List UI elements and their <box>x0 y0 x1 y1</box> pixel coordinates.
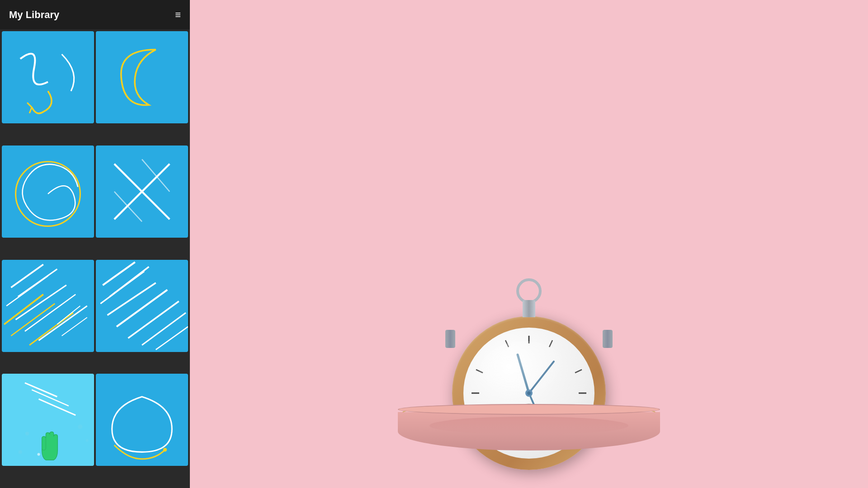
thumbnail-grid <box>0 29 190 488</box>
svg-line-24 <box>25 383 57 397</box>
side-button-right <box>603 330 613 348</box>
svg-line-21 <box>128 301 179 338</box>
pedestal <box>398 407 660 452</box>
svg-rect-32 <box>42 436 46 450</box>
svg-line-20 <box>117 290 167 327</box>
svg-line-46 <box>518 355 529 393</box>
svg-point-33 <box>163 448 167 451</box>
pedestal-body <box>398 412 660 450</box>
svg-line-23 <box>156 326 188 349</box>
main-preview <box>190 0 868 488</box>
library-item-1[interactable] <box>2 31 94 123</box>
svg-point-29 <box>19 450 22 454</box>
svg-line-40 <box>476 370 483 373</box>
crown-stem <box>523 300 535 317</box>
pedestal-top-oval <box>398 404 660 415</box>
svg-line-14 <box>57 306 80 324</box>
svg-line-11 <box>4 294 43 324</box>
library-header: My Library ≡ <box>0 0 190 29</box>
library-title: My Library <box>9 9 59 21</box>
svg-line-9 <box>25 294 75 331</box>
side-button-left <box>445 330 455 348</box>
svg-line-15 <box>62 317 87 336</box>
svg-point-28 <box>78 424 82 429</box>
library-panel: My Library ≡ <box>0 0 190 488</box>
library-item-7[interactable] <box>2 374 94 466</box>
svg-line-39 <box>549 340 552 347</box>
svg-line-8 <box>16 285 66 320</box>
svg-line-41 <box>575 370 582 373</box>
library-item-3[interactable] <box>2 145 94 238</box>
library-item-4[interactable] <box>96 145 188 238</box>
stopwatch-scene <box>190 0 868 488</box>
library-item-8[interactable] <box>96 374 188 466</box>
svg-point-27 <box>25 432 29 436</box>
library-item-6[interactable] <box>96 260 188 352</box>
svg-line-18 <box>100 271 144 303</box>
svg-line-22 <box>142 313 186 345</box>
svg-point-31 <box>38 453 40 456</box>
library-item-5[interactable] <box>2 260 94 352</box>
svg-line-38 <box>505 340 509 347</box>
svg-line-19 <box>108 283 156 315</box>
svg-point-0 <box>16 161 80 226</box>
menu-icon[interactable]: ≡ <box>175 9 181 21</box>
svg-line-47 <box>529 361 554 393</box>
svg-line-5 <box>11 264 43 287</box>
svg-point-50 <box>527 391 531 395</box>
svg-point-30 <box>86 439 89 442</box>
library-item-2[interactable] <box>96 31 188 123</box>
